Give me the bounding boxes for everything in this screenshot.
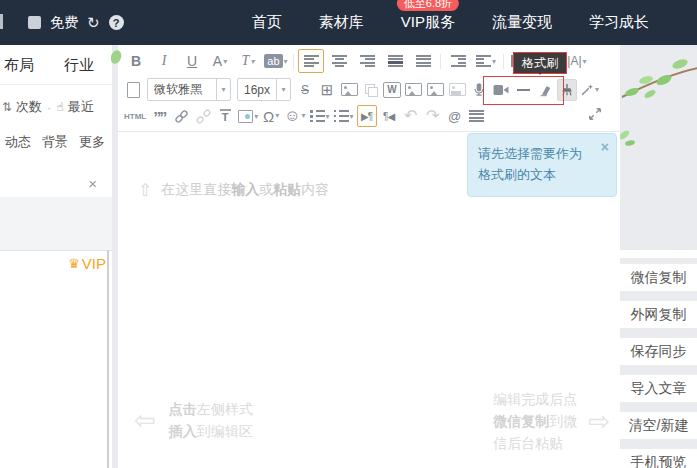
special-char-button[interactable]: Ω▾: [261, 105, 281, 127]
insert-link-button[interactable]: [171, 105, 191, 127]
import-article-button[interactable]: 导入文章: [620, 374, 697, 403]
text-style-button[interactable]: T▾: [235, 49, 261, 73]
chevron-down-icon: ▾: [492, 57, 496, 66]
underline-button[interactable]: U: [179, 49, 205, 73]
style-sidebar: 布局 行业 ⇅ 次数 · ☝ 最近 动态 背景 更多 × ♛ VIP: [0, 45, 112, 468]
insert-table-button[interactable]: ⊞: [317, 79, 337, 101]
align-center-button[interactable]: [326, 49, 352, 73]
video-camera-icon: [493, 84, 509, 96]
placeholder-pre: 在这里直接: [161, 181, 231, 197]
find-replace-button[interactable]: @: [445, 105, 465, 127]
clear-format-button[interactable]: [535, 79, 555, 101]
emoji-button[interactable]: ☺▾: [283, 105, 306, 127]
help-icon[interactable]: ?: [109, 15, 124, 30]
align-both-icon: [388, 55, 403, 67]
phone-preview-button[interactable]: 手机预览: [620, 448, 697, 468]
align-right-button[interactable]: [354, 49, 380, 73]
insert-template-button[interactable]: ▾: [237, 105, 259, 127]
vip-style-item[interactable]: ♛ VIP: [68, 255, 106, 272]
checkbox-square-icon[interactable]: [28, 16, 41, 29]
import-word-button[interactable]: W: [383, 82, 401, 98]
format-painter-button[interactable]: [557, 79, 577, 101]
bold-button[interactable]: B: [123, 49, 149, 73]
magic-wand-icon: [580, 83, 594, 97]
ordered-list-button[interactable]: ▾: [309, 105, 331, 127]
highlight-color-button[interactable]: ab▾: [263, 49, 289, 73]
smiley-icon: ☺: [284, 108, 300, 124]
new-document-button[interactable]: [123, 79, 143, 101]
undo-button[interactable]: ↶: [401, 105, 421, 127]
sidebar-scrollbar[interactable]: [107, 250, 109, 468]
filter-recent[interactable]: 最近: [68, 98, 94, 116]
hint-left-text: 点击左侧样式插入到编辑区: [169, 398, 253, 442]
indent-increase-button[interactable]: ▾: [473, 49, 499, 73]
font-color-button[interactable]: A▾: [207, 49, 233, 73]
align-right-icon: [360, 55, 375, 67]
html-source-button[interactable]: HTML: [123, 105, 147, 127]
align-left-button[interactable]: [298, 49, 324, 73]
tab-layout[interactable]: 布局: [4, 56, 34, 75]
template-box-icon: [238, 110, 253, 123]
editor-placeholder[interactable]: ⇧ 在这里直接输入或粘贴内容: [138, 181, 329, 199]
omega-icon: Ω: [263, 109, 274, 124]
indent-decrease-icon: [451, 55, 466, 67]
unordered-list-button[interactable]: ▾: [333, 105, 355, 127]
insert-screenshot-button[interactable]: [447, 79, 467, 101]
chevron-down-icon: ▾: [275, 112, 279, 120]
link-more[interactable]: 更多: [79, 133, 105, 151]
hint-right-line1: 编辑完成后点: [493, 391, 577, 407]
nav-material-library[interactable]: 素材库: [319, 13, 364, 32]
editor-panel: B I U A▾ T▾ ab▾ ▾ ▾ ▾ |A|▾ 微软雅黑 ▾: [118, 45, 620, 468]
italic-button[interactable]: I: [151, 49, 177, 73]
align-center-icon: [332, 55, 347, 67]
copy-format-button[interactable]: [361, 79, 381, 101]
chevron-down-icon: ▾: [595, 85, 599, 94]
save-sync-button[interactable]: 保存同步: [620, 337, 697, 366]
align-both-button[interactable]: [382, 49, 408, 73]
chevron-down-icon: ▾: [216, 79, 230, 100]
link-background[interactable]: 背景: [42, 133, 68, 151]
nav-home[interactable]: 首页: [252, 13, 282, 32]
redo-button[interactable]: ↷: [423, 105, 443, 127]
remove-link-button[interactable]: [193, 105, 213, 127]
tab-industry[interactable]: 行业: [64, 56, 94, 75]
nav-traffic-monetize[interactable]: 流量变现: [492, 13, 552, 32]
indent-decrease-button[interactable]: [445, 49, 471, 73]
insert-video-button[interactable]: [491, 79, 511, 101]
image-icon: [341, 83, 358, 96]
insert-cover-image-button[interactable]: [425, 79, 445, 101]
free-label[interactable]: 免费: [50, 14, 78, 32]
font-family-select[interactable]: 微软雅黑 ▾: [147, 78, 231, 101]
rtl-direction-button[interactable]: ¶◀: [379, 105, 399, 127]
blockquote-button[interactable]: ””: [149, 102, 169, 130]
leaf-branch-decoration: [620, 50, 697, 150]
html-label: HTML: [124, 112, 146, 121]
align-justify-button[interactable]: [410, 49, 436, 73]
ltr-direction-button[interactable]: ▶¶: [357, 105, 377, 127]
close-icon[interactable]: ×: [601, 137, 609, 158]
sidebar-tabs: 布局 行业: [0, 45, 112, 85]
insert-caption-button[interactable]: T: [215, 105, 235, 127]
nav-vip-service[interactable]: VIP服务 低至6.8折: [401, 13, 455, 32]
strikethrough-button[interactable]: S: [295, 79, 315, 101]
letter-spacing-button[interactable]: |A|▾: [564, 49, 590, 73]
line-rules-button[interactable]: [467, 105, 487, 127]
up-arrow-icon: ⇧: [138, 182, 152, 199]
refresh-icon[interactable]: ↻: [87, 14, 100, 32]
filter-count[interactable]: 次数: [16, 98, 42, 116]
clear-new-button[interactable]: 清空/新建: [620, 411, 697, 440]
placeholder-mid: 或: [259, 181, 273, 197]
wechat-copy-button[interactable]: 微信复制: [620, 263, 697, 292]
external-copy-button[interactable]: 外网复制: [620, 300, 697, 329]
link-dynamic[interactable]: 动态: [5, 133, 31, 151]
nav-learn-grow[interactable]: 学习成长: [589, 13, 649, 32]
partial-button[interactable]: [620, 250, 697, 259]
insert-image-button[interactable]: [339, 79, 359, 101]
sidebar-close-icon[interactable]: ×: [88, 175, 97, 192]
font-size-select[interactable]: 16px ▾: [237, 78, 291, 101]
insert-audio-button[interactable]: [469, 79, 489, 101]
magic-wand-button[interactable]: ▾: [579, 79, 600, 101]
fullscreen-button[interactable]: [588, 107, 602, 125]
horizontal-rule-button[interactable]: [513, 79, 533, 101]
insert-gallery-button[interactable]: [403, 79, 423, 101]
